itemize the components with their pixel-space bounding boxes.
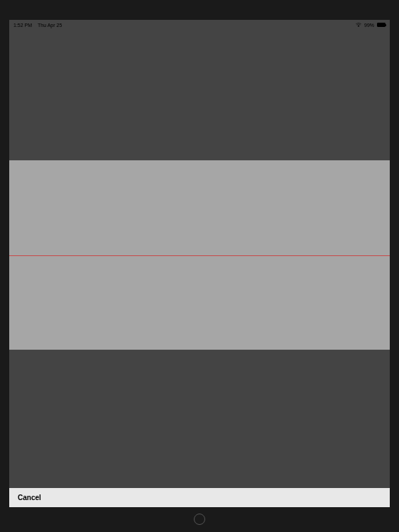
status-left: 1:52 PM Thu Apr 25: [13, 23, 62, 28]
scan-line: [9, 255, 390, 256]
battery-icon: [377, 23, 386, 27]
barcode-scan-area[interactable]: [9, 160, 390, 350]
bottom-toolbar: Cancel: [9, 488, 390, 507]
status-time: 1:52 PM: [13, 23, 32, 28]
battery-percent: 99%: [364, 23, 374, 28]
status-right: 99%: [356, 23, 386, 28]
status-date: Thu Apr 25: [38, 23, 62, 28]
wifi-icon: [356, 23, 361, 27]
status-bar: 1:52 PM Thu Apr 25 99%: [9, 20, 390, 30]
app-frame: 1:52 PM Thu Apr 25 99% Cancel: [9, 20, 390, 507]
battery-fill: [378, 23, 385, 26]
cancel-button[interactable]: Cancel: [18, 494, 41, 501]
home-indicator[interactable]: [194, 514, 205, 525]
